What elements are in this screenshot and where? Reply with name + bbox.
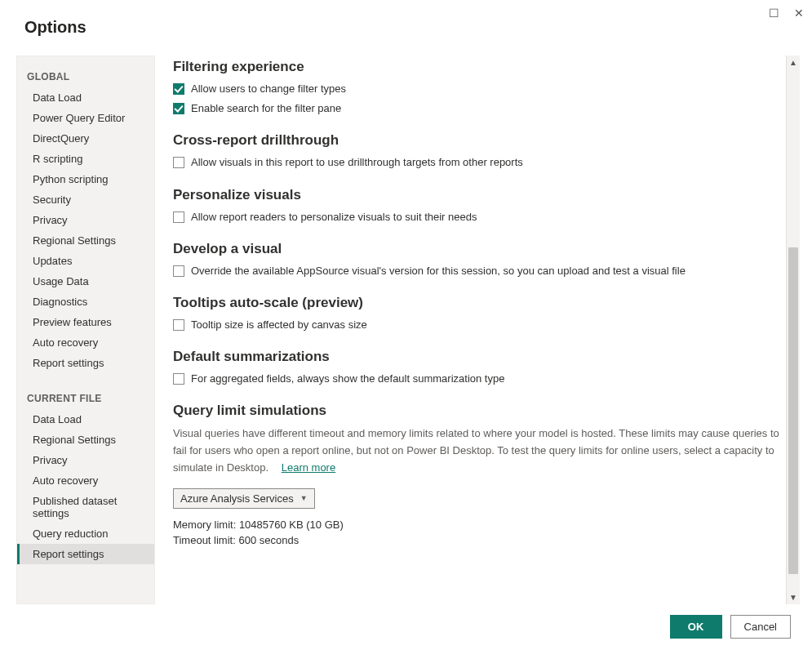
sidebar-item[interactable]: Privacy xyxy=(17,210,154,230)
scroll-down-icon[interactable]: ▼ xyxy=(787,590,800,604)
sidebar-item[interactable]: Privacy xyxy=(17,450,154,470)
maximize-icon[interactable]: ☐ xyxy=(769,7,779,20)
sidebar-item[interactable]: Report settings xyxy=(17,544,154,564)
sidebar-item[interactable]: Security xyxy=(17,189,154,210)
memory-limit-text: Memory limit: 10485760 KB (10 GB) xyxy=(173,519,779,531)
sidebar-item[interactable]: Usage Data xyxy=(17,271,154,292)
section-heading-tooltips: Tooltips auto-scale (preview) xyxy=(173,295,779,311)
checkbox-label: Tooltip size is affected by canvas size xyxy=(191,318,367,332)
sidebar-section-current-file: CURRENT FILE xyxy=(17,386,154,409)
sidebar-item[interactable]: Regional Settings xyxy=(17,430,154,450)
sidebar-item[interactable]: Auto recovery xyxy=(17,332,154,353)
sidebar-item[interactable]: Power Query Editor xyxy=(17,108,154,128)
sidebar-section-global: GLOBAL xyxy=(17,65,154,87)
section-heading-develop: Develop a visual xyxy=(173,241,779,257)
query-limit-description: Visual queries have different timeout an… xyxy=(173,425,779,476)
scroll-up-icon[interactable]: ▲ xyxy=(787,56,800,69)
checkbox-develop-visual[interactable] xyxy=(173,265,184,277)
checkbox-label: Allow users to change filter types xyxy=(191,82,346,96)
vertical-scrollbar[interactable]: ▲ ▼ xyxy=(786,56,800,604)
checkbox-label: For aggregated fields, always show the d… xyxy=(191,372,504,386)
checkbox-label: Allow report readers to personalize visu… xyxy=(191,210,477,225)
sidebar-item[interactable]: Diagnostics xyxy=(17,292,154,312)
chevron-down-icon: ▼ xyxy=(300,494,308,502)
checkbox-tooltip-autoscale[interactable] xyxy=(173,319,184,331)
checkbox-enable-search-filter-pane[interactable] xyxy=(173,103,184,114)
checkbox-allow-change-filter-types[interactable] xyxy=(173,83,184,95)
learn-more-link[interactable]: Learn more xyxy=(282,461,335,474)
sidebar-item[interactable]: Data Load xyxy=(17,409,154,430)
timeout-limit-text: Timeout limit: 600 seconds xyxy=(173,534,779,546)
sidebar-item[interactable]: DirectQuery xyxy=(17,128,154,149)
sidebar: GLOBALData LoadPower Query EditorDirectQ… xyxy=(16,56,155,604)
section-heading-crossreport: Cross-report drillthrough xyxy=(173,132,779,149)
checkbox-label: Enable search for the filter pane xyxy=(191,101,341,116)
checkbox-label: Allow visuals in this report to use dril… xyxy=(191,155,523,170)
checkbox-default-summarization[interactable] xyxy=(173,373,184,385)
section-heading-default-summarizations: Default summarizations xyxy=(173,349,779,365)
checkbox-crossreport-drillthrough[interactable] xyxy=(173,157,184,168)
sidebar-item[interactable]: Regional Settings xyxy=(17,230,154,251)
sidebar-item[interactable]: Python scripting xyxy=(17,169,154,189)
checkbox-personalize-visuals[interactable] xyxy=(173,211,184,223)
content-panel: Filtering experience Allow users to chan… xyxy=(173,56,786,604)
scroll-thumb[interactable] xyxy=(788,247,798,574)
section-heading-personalize: Personalize visuals xyxy=(173,187,779,203)
sidebar-item[interactable]: Preview features xyxy=(17,312,154,332)
close-icon[interactable]: ✕ xyxy=(794,7,804,20)
sidebar-item[interactable]: Query reduction xyxy=(17,523,154,544)
section-heading-filtering: Filtering experience xyxy=(173,59,779,75)
section-heading-query-limit: Query limit simulations xyxy=(173,403,779,419)
ok-button[interactable]: OK xyxy=(670,615,722,639)
sidebar-item[interactable]: Updates xyxy=(17,251,154,271)
capacity-dropdown[interactable]: Azure Analysis Services ▼ xyxy=(173,488,315,509)
sidebar-item[interactable]: R scripting xyxy=(17,149,154,169)
cancel-button[interactable]: Cancel xyxy=(730,615,791,639)
checkbox-label: Override the available AppSource visual'… xyxy=(191,264,686,278)
dropdown-value: Azure Analysis Services xyxy=(180,492,294,505)
sidebar-item[interactable]: Report settings xyxy=(17,353,154,373)
sidebar-item[interactable]: Auto recovery xyxy=(17,470,154,491)
sidebar-item[interactable]: Published dataset settings xyxy=(17,491,154,523)
sidebar-item[interactable]: Data Load xyxy=(17,87,154,108)
dialog-title: Options xyxy=(24,18,87,37)
